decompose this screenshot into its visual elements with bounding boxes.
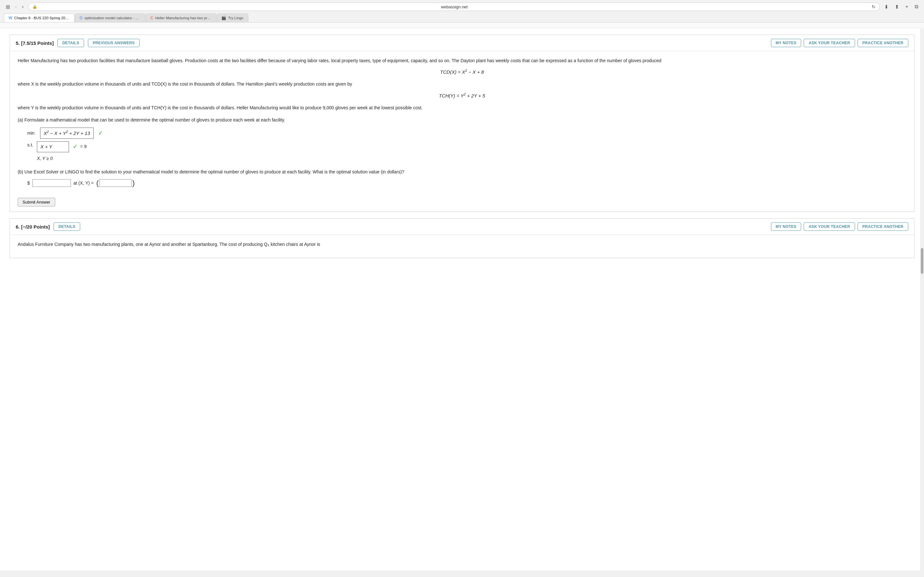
- q5-ask-teacher-btn[interactable]: ASK YOUR TEACHER: [804, 39, 855, 47]
- tab-chapter8[interactable]: W Chapter 8 - BUS 220 Spring 2023, secti…: [4, 13, 74, 22]
- q5-my-notes-btn[interactable]: MY NOTES: [771, 39, 801, 47]
- q5-number: 5. [7.5/15 Points]: [16, 40, 53, 46]
- tab-label-4: Try Lingo: [228, 16, 244, 20]
- q5-nonneg: X, Y ≥ 0: [37, 155, 906, 162]
- browser-actions: ⬇ ⬆ + ⧉: [882, 3, 920, 11]
- q5-dollar-sign: $: [27, 179, 30, 187]
- scrollbar-thumb[interactable]: [921, 248, 923, 274]
- q5-st-row: s.t. X + Y ✓ = 9: [27, 141, 906, 152]
- q5-min-check: ✓: [98, 129, 103, 138]
- q5-problem-text-2: where X is the weekly production volume …: [18, 81, 906, 87]
- q5-dayton-formula: TCD(X) = X2 − X + 8: [18, 68, 906, 76]
- browser-top-bar: ⊞ ‹ › 🔒 webassign.net ↻ ⬇ ⬆ + ⧉: [4, 3, 920, 11]
- q5-prev-answers-btn[interactable]: PREVIOUS ANSWERS: [88, 39, 140, 47]
- address-bar[interactable]: 🔒 webassign.net ↻: [28, 3, 880, 11]
- q5-part-b-label: (b) Use Excel Solver or LINGO to find th…: [18, 168, 906, 175]
- question-6-body: Andalus Furniture Company has two manufa…: [10, 235, 914, 258]
- q5-constraint-expression: X + Y: [37, 141, 69, 152]
- q5-min-label: min: [27, 129, 37, 137]
- reload-btn[interactable]: ↻: [872, 4, 876, 9]
- browser-tabs: W Chapter 8 - BUS 220 Spring 2023, secti…: [4, 13, 920, 22]
- q6-problem-text: Andalus Furniture Company has two manufa…: [18, 241, 906, 248]
- q5-problem-text-3: where Y is the weekly production volume …: [18, 104, 906, 111]
- question-5-header: 5. [7.5/15 Points] DETAILS PREVIOUS ANSW…: [10, 35, 914, 51]
- q5-paren-group: ( ): [96, 179, 135, 187]
- q5-part-b: (b) Use Excel Solver or LINGO to find th…: [18, 168, 906, 187]
- q5-header-right: MY NOTES ASK YOUR TEACHER PRACTICE ANOTH…: [771, 39, 908, 47]
- extensions-btn[interactable]: ⧉: [913, 3, 920, 10]
- download-btn[interactable]: ⬇: [882, 3, 890, 11]
- lock-icon: 🔒: [32, 5, 37, 9]
- tab-favicon-4: 🎬: [221, 16, 226, 20]
- q5-st-label: s.t.: [27, 141, 37, 148]
- question-5-body: Heller Manufacturing has two production …: [10, 51, 914, 193]
- q6-details-btn[interactable]: DETAILS: [53, 222, 80, 231]
- sidebar-toggle-btn[interactable]: ⊞: [4, 3, 12, 11]
- q5-practice-btn[interactable]: PRACTICE ANOTHER: [858, 39, 908, 47]
- q6-header-right: MY NOTES ASK YOUR TEACHER PRACTICE ANOTH…: [771, 222, 908, 231]
- browser-chrome: ⊞ ‹ › 🔒 webassign.net ↻ ⬇ ⬆ + ⧉ W Chapte…: [0, 0, 924, 23]
- tab-label-3: Heller Manufacturing has two production …: [155, 16, 212, 20]
- tab-favicon-3: C: [150, 16, 153, 20]
- tab-label-2: optimization model calculator - Google S…: [84, 16, 141, 20]
- q5-xy-input[interactable]: [99, 179, 132, 187]
- q5-hamilton-formula: TCH(Y) = Y2 + 2Y + 5: [18, 92, 906, 100]
- q5-details-btn[interactable]: DETAILS: [57, 39, 84, 47]
- forward-btn[interactable]: ›: [20, 3, 25, 10]
- tab-lingo[interactable]: 🎬 Try Lingo: [216, 13, 248, 22]
- q5-at-xy-label: at (X, Y) =: [73, 179, 94, 187]
- new-tab-btn[interactable]: +: [903, 3, 910, 10]
- tab-label-1: Chapter 8 - BUS 220 Spring 2023, section…: [14, 16, 69, 20]
- tab-heller[interactable]: C Heller Manufacturing has two productio…: [145, 13, 216, 22]
- url-text: webassign.net: [39, 5, 870, 9]
- nav-buttons: ⊞ ‹ ›: [4, 3, 26, 11]
- q5-constraint-equals: = 9: [80, 143, 87, 150]
- q5-part-a-label: (a) Formulate a mathematical model that …: [18, 116, 906, 123]
- back-btn[interactable]: ‹: [13, 3, 19, 10]
- question-6-header: 6. [−/20 Points] DETAILS MY NOTES ASK YO…: [10, 219, 914, 235]
- q6-number: 6. [−/20 Points]: [16, 224, 50, 229]
- q5-part-b-row: $ at (X, Y) = ( ): [27, 179, 906, 187]
- q6-practice-btn[interactable]: PRACTICE ANOTHER: [858, 222, 908, 231]
- q5-close-paren: ): [132, 179, 135, 187]
- share-btn[interactable]: ⬆: [893, 3, 901, 11]
- q5-min-row: min X2 − X + Y2 + 2Y + 13 ✓: [27, 127, 906, 139]
- q5-constraint-row: X + Y ✓ = 9: [37, 141, 87, 152]
- q5-dollar-input[interactable]: [32, 179, 71, 187]
- q5-submit-row: Submit Answer: [10, 193, 914, 211]
- scrollbar[interactable]: [920, 29, 924, 571]
- top-bar: [0, 23, 924, 28]
- tab-favicon-1: W: [9, 16, 12, 20]
- q6-my-notes-btn[interactable]: MY NOTES: [771, 222, 801, 231]
- question-6-block: 6. [−/20 Points] DETAILS MY NOTES ASK YO…: [10, 218, 914, 258]
- q5-problem-text-1: Heller Manufacturing has two production …: [18, 57, 906, 64]
- q5-min-expression: X2 − X + Y2 + 2Y + 13: [40, 127, 94, 139]
- content-area: 5. [7.5/15 Points] DETAILS PREVIOUS ANSW…: [0, 23, 924, 571]
- q5-st-content: X + Y ✓ = 9: [37, 141, 87, 152]
- q5-open-paren: (: [96, 179, 99, 187]
- q6-ask-teacher-btn[interactable]: ASK YOUR TEACHER: [804, 222, 855, 231]
- question-5-block: 5. [7.5/15 Points] DETAILS PREVIOUS ANSW…: [10, 35, 914, 212]
- q5-constraint-check: ✓: [73, 142, 78, 151]
- tab-google[interactable]: G optimization model calculator - Google…: [75, 13, 145, 22]
- tab-favicon-2: G: [79, 16, 82, 20]
- q5-submit-btn[interactable]: Submit Answer: [18, 198, 55, 206]
